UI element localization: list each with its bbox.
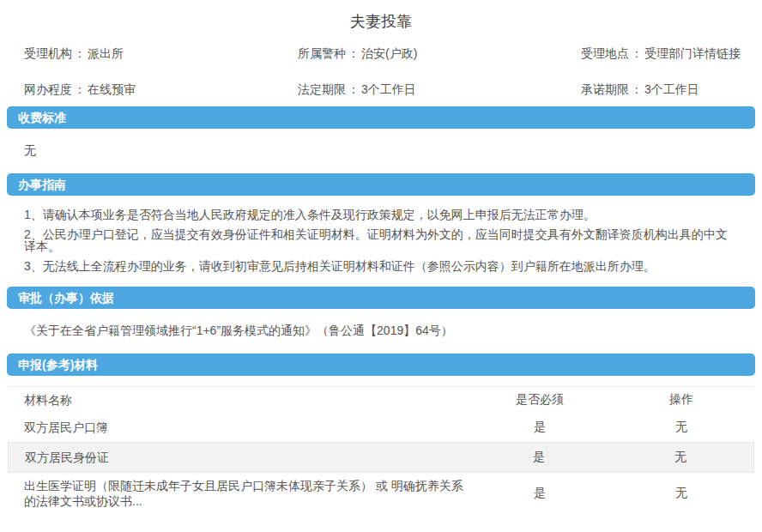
column-header-material-name: 材料名称: [8, 387, 471, 413]
guide-item: 1、请确认本项业务是否符合当地人民政府规定的准入条件及现行政策规定，以免网上申报…: [24, 209, 738, 221]
info-label: 法定期限: [298, 82, 346, 96]
info-label: 承诺期限: [581, 82, 629, 96]
section-header-fee-standard: 收费标准: [7, 106, 755, 129]
info-police-type: 所属警种：治安(户政): [298, 46, 581, 62]
info-value: 在线预审: [88, 82, 136, 96]
info-value: 派出所: [88, 46, 124, 60]
page-title: 夫妻投靠: [0, 0, 762, 32]
column-header-operation: 操作: [608, 392, 754, 408]
required-cell: 是: [471, 420, 608, 435]
required-cell: 是: [470, 450, 608, 465]
colon-separator: ：: [629, 82, 644, 96]
info-accept-location: 受理地点：受理部门详情链接: [581, 46, 762, 62]
table-row: 双方居民身份证 是 无: [8, 442, 754, 473]
info-legal-deadline: 法定期限：3个工作日: [298, 82, 581, 98]
colon-separator: ：: [346, 82, 361, 96]
required-cell: 是: [471, 486, 608, 501]
info-value: 3个工作日: [644, 82, 699, 96]
info-label: 网办程度: [24, 82, 72, 96]
colon-separator: ：: [346, 46, 361, 60]
info-label: 所属警种: [298, 46, 346, 60]
info-label: 受理机构: [24, 46, 72, 60]
guide-list: 1、请确认本项业务是否符合当地人民政府规定的准入条件及现行政策规定，以免网上申报…: [24, 209, 738, 272]
section-header-materials: 申报(参考)材料: [7, 354, 755, 376]
guide-item: 3、无法线上全流程办理的业务，请收到初审意见后持相关证明材料和证件（参照公示内容…: [24, 260, 738, 272]
service-detail-page: 夫妻投靠 受理机构：派出所 所属警种：治安(户政) 受理地点：受理部门详情链接 …: [0, 0, 762, 532]
approval-basis-content: 《关于在全省户籍管理领域推行“1+6”服务模式的通知》（鲁公通【2019】64号…: [24, 323, 738, 339]
info-accept-agency: 受理机构：派出所: [24, 46, 298, 62]
info-online-level: 网办程度：在线预审: [24, 82, 298, 98]
colon-separator: ：: [629, 46, 644, 60]
operation-cell: 无: [608, 420, 754, 435]
fee-standard-content: 无: [24, 143, 738, 159]
material-name-cell: 双方居民身份证: [9, 444, 470, 470]
table-row: 双方居民户口簿 是 无: [8, 413, 754, 442]
section-header-guide: 办事指南: [7, 173, 755, 196]
material-name-cell: 双方居民户口簿: [8, 414, 471, 440]
guide-item: 2、公民办理户口登记，应当提交有效身份证件和相关证明材料。证明材料为外文的，应当…: [24, 228, 738, 252]
materials-table: 材料名称 是否必须 操作 双方居民户口簿 是 无 双方居民身份证 是 无 出生医…: [8, 386, 754, 514]
table-header-row: 材料名称 是否必须 操作: [8, 387, 754, 413]
material-name-cell: 出生医学证明（限随迁未成年子女且居民户口簿未体现亲子关系） 或 明确抚养关系的法…: [8, 473, 471, 514]
service-info-grid: 受理机构：派出所 所属警种：治安(户政) 受理地点：受理部门详情链接 网办程度：…: [0, 46, 762, 98]
column-header-required: 是否必须: [471, 392, 608, 408]
info-promise-deadline: 承诺期限：3个工作日: [581, 82, 762, 98]
operation-cell: 无: [608, 486, 754, 501]
table-row: 出生医学证明（限随迁未成年子女且居民户口簿未体现亲子关系） 或 明确抚养关系的法…: [8, 473, 754, 514]
info-value: 治安(户政): [361, 46, 417, 60]
section-header-approval-basis: 审批（办事）依据: [7, 287, 755, 309]
operation-cell: 无: [608, 450, 753, 465]
info-label: 受理地点: [581, 46, 629, 60]
colon-separator: ：: [72, 46, 88, 60]
accept-location-detail-link[interactable]: 受理部门详情链接: [644, 46, 741, 60]
info-value: 3个工作日: [361, 82, 416, 96]
colon-separator: ：: [72, 82, 88, 96]
